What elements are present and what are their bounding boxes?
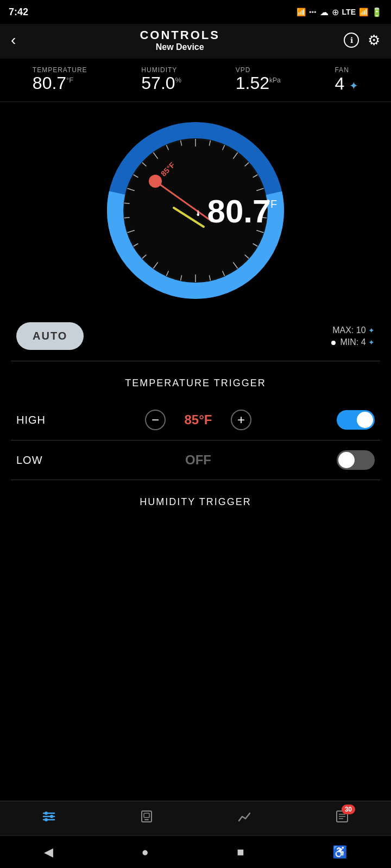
high-plus-button[interactable]: + — [231, 410, 251, 430]
battery-icon: 🔋 — [371, 7, 382, 17]
high-toggle-thumb — [357, 412, 373, 428]
high-minus-button[interactable]: − — [145, 410, 166, 430]
stats-row: TEMPERATURE 80.7°F HUMIDITY 57.0% VPD 1.… — [0, 59, 391, 102]
max-min-info: MAX: 10 ✦ MIN: 4 ✦ — [331, 326, 375, 347]
nav-controls[interactable] — [41, 809, 56, 828]
high-label: HIGH — [16, 414, 60, 426]
bottom-nav: 30 — [0, 801, 391, 835]
min-dot — [331, 341, 336, 345]
stat-vpd: VPD 1.52kPa — [236, 66, 281, 94]
svg-line-27 — [124, 218, 130, 218]
svg-line-28 — [124, 203, 130, 203]
svg-point-47 — [50, 815, 53, 818]
header-title: CONTROLS — [16, 28, 344, 42]
lte-label: LTE — [342, 8, 356, 16]
android-accessibility-button[interactable]: ♿ — [332, 845, 347, 859]
high-toggle[interactable] — [337, 410, 375, 430]
high-value: 85°F — [176, 412, 220, 427]
gauge-container: 85°F 🌡 🌡 80.7 °F — [0, 102, 391, 314]
stat-fan: FAN 4 ✦ — [335, 66, 358, 94]
temperature-label: TEMPERATURE — [33, 66, 87, 74]
low-toggle-thumb — [338, 452, 355, 468]
status-time: 7:42 — [9, 7, 28, 18]
low-label: LOW — [16, 454, 60, 467]
android-home-button[interactable]: ● — [142, 845, 149, 859]
fan-icon: ✦ — [349, 80, 358, 92]
logs-badge: 30 — [342, 805, 355, 814]
stat-humidity: HUMIDITY 57.0% — [141, 66, 181, 94]
signal-icon: 📶 — [359, 8, 368, 16]
max-fan-icon: ✦ — [368, 326, 375, 335]
svg-text:🌡: 🌡 — [194, 209, 202, 218]
nav-logs[interactable]: 30 — [335, 809, 350, 828]
network-dots: ••• — [309, 8, 317, 16]
high-controls: − 85°F + — [145, 410, 251, 430]
svg-text:80.7: 80.7 — [207, 193, 271, 229]
info-icon: ℹ — [350, 36, 353, 44]
trigger-row-low: LOW OFF — [0, 441, 391, 480]
humidity-label: HUMIDITY — [141, 66, 181, 74]
gauge-svg: 85°F 🌡 🌡 80.7 °F — [103, 118, 288, 303]
nav-chart[interactable] — [237, 809, 252, 828]
svg-point-48 — [45, 818, 48, 821]
nav-device[interactable] — [139, 809, 154, 828]
svg-rect-50 — [144, 813, 149, 818]
trigger-row-high: HIGH − 85°F + — [0, 400, 391, 440]
low-value: OFF — [176, 452, 220, 468]
cloud-icon: ☁ — [320, 7, 329, 17]
fan-label: FAN — [335, 66, 358, 74]
header-subtitle: New Device — [16, 42, 344, 52]
info-button[interactable]: ℹ — [344, 33, 359, 48]
sim-icon: 📶 — [297, 8, 306, 16]
temperature-trigger-title: TEMPERATURE TRIGGER — [0, 361, 391, 400]
low-toggle[interactable] — [337, 450, 375, 470]
chart-icon — [237, 809, 252, 828]
status-bar: 7:42 📶 ••• ☁ ⊕ LTE 📶 🔋 — [0, 0, 391, 24]
svg-point-46 — [45, 812, 48, 815]
humidity-trigger-title: HUMIDITY TRIGGER — [0, 480, 391, 519]
fan-value: 4 ✦ — [335, 74, 358, 94]
status-icons: 📶 ••• ☁ ⊕ LTE 📶 🔋 — [297, 7, 382, 17]
low-controls: OFF — [176, 452, 220, 468]
humidity-value: 57.0% — [141, 74, 181, 93]
alarm-icon: ⊕ — [332, 7, 339, 17]
auto-area: AUTO MAX: 10 ✦ MIN: 4 ✦ — [0, 314, 391, 361]
android-recents-button[interactable]: ■ — [237, 845, 244, 859]
back-button[interactable]: ‹ — [11, 31, 16, 49]
stat-temperature: TEMPERATURE 80.7°F — [33, 66, 87, 94]
header-center: CONTROLS New Device — [16, 28, 344, 52]
auto-button[interactable]: AUTO — [16, 322, 84, 350]
settings-button[interactable]: ⚙ — [368, 32, 380, 49]
min-fan-icon: ✦ — [368, 338, 375, 347]
svg-text:°F: °F — [266, 198, 277, 210]
max-line: MAX: 10 ✦ — [331, 326, 375, 335]
device-icon — [139, 809, 154, 828]
vpd-label: VPD — [236, 66, 281, 74]
vpd-value: 1.52kPa — [236, 74, 281, 93]
android-back-button[interactable]: ◀ — [44, 845, 53, 859]
header: ‹ CONTROLS New Device ℹ ⚙ — [0, 24, 391, 59]
controls-icon — [41, 809, 56, 828]
android-nav: ◀ ● ■ ♿ — [0, 835, 391, 868]
min-line: MIN: 4 ✦ — [331, 337, 375, 347]
header-icons: ℹ ⚙ — [344, 32, 380, 49]
temperature-value: 80.7°F — [33, 74, 87, 93]
